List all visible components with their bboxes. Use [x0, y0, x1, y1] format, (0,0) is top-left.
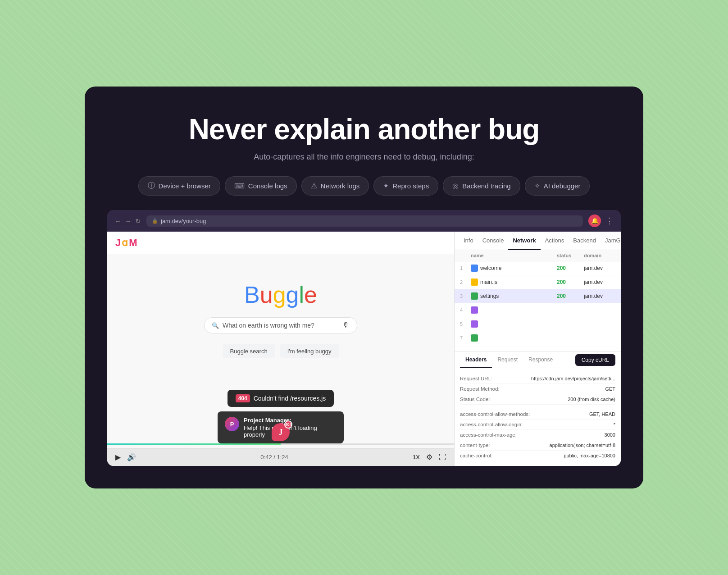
network-row-1[interactable]: 1 welcome 200 jam.dev	[455, 261, 621, 275]
headers-tab-response[interactable]: Response	[523, 352, 558, 368]
devtools-tab-backend[interactable]: Backend	[569, 232, 601, 250]
ai-icon: ✧	[534, 182, 540, 190]
tab-device-browser[interactable]: ⓘ Device + browser	[138, 176, 220, 196]
row-name: main.js	[471, 278, 557, 286]
header-row-url: Request URL: https://cdn.jam.dev/project…	[460, 374, 615, 384]
tab-console-logs[interactable]: ⌨ Console logs	[225, 176, 297, 196]
tab-console-logs-label: Console logs	[248, 182, 287, 190]
row-name	[471, 320, 557, 328]
forward-button[interactable]: →	[125, 218, 132, 224]
devtools-tab-network[interactable]: Network	[508, 232, 540, 250]
header-val: GET	[605, 386, 615, 392]
header-key: access-control-max-age:	[460, 432, 519, 438]
hero-title: Never explain another bug	[189, 114, 540, 145]
tab-device-browser-label: Device + browser	[159, 182, 211, 190]
lock-icon: 🔒	[152, 218, 158, 224]
header-row-acao: access-control-allow-origin: *	[460, 420, 615, 430]
video-speed: 1X	[413, 454, 420, 461]
row-name	[471, 306, 557, 314]
devtools-tab-console[interactable]: Console	[478, 232, 509, 250]
devtools-tab-jamgpt[interactable]: JamGPT	[601, 232, 621, 250]
tab-repro-steps[interactable]: ✦ Repro steps	[373, 176, 438, 196]
repro-icon: ✦	[383, 182, 389, 190]
header-key: Status Code:	[460, 397, 519, 402]
fullscreen-button[interactable]: ⛶	[439, 453, 446, 461]
menu-button[interactable]: ⋮	[605, 216, 614, 226]
header-key: access-control-allow-origin:	[460, 422, 523, 427]
row-num: 1	[460, 265, 471, 271]
jam-logo: JɑM	[115, 237, 446, 249]
tab-ai-debugger[interactable]: ✧ AI debugger	[525, 176, 590, 196]
network-row-5[interactable]: 5	[455, 317, 621, 331]
buggle-logo: Buggle	[244, 281, 317, 308]
col-name: name	[471, 253, 557, 258]
col-status: status	[557, 253, 584, 258]
browser-content: JɑM Buggle 🔍 What on earth is wrong with…	[107, 232, 621, 466]
row-icon	[471, 278, 478, 286]
header-row-acam: access-control-allow-methods: GET, HEAD	[460, 409, 615, 420]
header-val: https://cdn.jam.dev/projects/jam/setti..…	[531, 376, 615, 381]
network-row-3[interactable]: 3 settings 200 jam.dev	[455, 289, 621, 303]
volume-button[interactable]: 🔊	[127, 453, 136, 461]
back-button[interactable]: ←	[114, 218, 121, 224]
browser-window: ← → ↻ 🔒 jam.dev/your-bug 🔔 ⋮ JɑM	[107, 210, 621, 466]
tab-ai-debugger-label: AI debugger	[544, 182, 581, 190]
play-button[interactable]: ▶	[115, 453, 121, 461]
header-key: content-type:	[460, 443, 519, 448]
row-name: welcome	[471, 265, 557, 272]
tab-network-logs[interactable]: ⚠ Network logs	[301, 176, 369, 196]
webpage-body: Buggle 🔍 What on earth is wrong with me?…	[107, 254, 454, 452]
tab-repro-steps-label: Repro steps	[392, 182, 429, 190]
headers-content: Request URL: https://cdn.jam.dev/project…	[455, 368, 621, 466]
buggle-search-button[interactable]: Buggle search	[223, 344, 275, 358]
row-num: 7	[460, 335, 471, 341]
jam-bubble[interactable]: J 404	[272, 423, 290, 441]
headers-panel: Headers Request Response Copy cURL Reque…	[455, 351, 621, 466]
refresh-button[interactable]: ↻	[135, 218, 141, 224]
devtools-tab-info[interactable]: Info	[459, 232, 478, 250]
network-table: name status domain 1 welcome 200 jam.dev	[455, 250, 621, 351]
header-val: GET, HEAD	[589, 411, 615, 417]
address-text: jam.dev/your-bug	[161, 218, 206, 224]
notification-button[interactable]: 🔔	[588, 214, 601, 227]
header-row-acama: access-control-max-age: 3000	[460, 430, 615, 440]
backend-icon: ◎	[452, 182, 459, 190]
error-toast: 404 Couldn't find /resources.js	[228, 390, 334, 407]
settings-button[interactable]: ⚙	[426, 453, 432, 461]
copy-curl-button[interactable]: Copy cURL	[575, 354, 615, 366]
devtools-panel: Info Console Network Actions Backend Jam…	[454, 232, 621, 466]
header-row-status: Status Code: 200 (from disk cache)	[460, 394, 615, 405]
avatar: P	[225, 417, 239, 431]
jam-badge: 404	[284, 420, 292, 429]
search-icon: 🔍	[212, 322, 219, 329]
row-num: 5	[460, 321, 471, 327]
feeling-buggy-button[interactable]: I'm feeling buggy	[280, 344, 339, 358]
video-controls: ▶ 🔊 0:42 / 1:24 1X ⚙ ⛶	[107, 448, 454, 466]
progress-bar-area	[107, 443, 454, 445]
header-val: 3000	[605, 432, 615, 438]
network-icon: ⚠	[311, 182, 317, 190]
row-status: 200	[557, 265, 584, 271]
network-row-4[interactable]: 4	[455, 303, 621, 317]
video-time: 0:42 / 1:24	[142, 454, 406, 461]
network-row-7[interactable]: 7	[455, 331, 621, 345]
devtools-tabs: Info Console Network Actions Backend Jam…	[455, 232, 621, 250]
headers-tab-request[interactable]: Request	[492, 352, 523, 368]
row-num: 2	[460, 279, 471, 285]
main-card: Never explain another bug Auto-captures …	[85, 87, 643, 488]
address-bar[interactable]: 🔒 jam.dev/your-bug	[146, 215, 583, 227]
header-val: application/json; charset=utf-8	[550, 443, 615, 448]
headers-tab-headers[interactable]: Headers	[460, 352, 492, 368]
search-mic-icon: 🎙	[342, 321, 350, 329]
row-status: 200	[557, 279, 584, 285]
row-name	[471, 334, 557, 342]
search-bar[interactable]: 🔍 What on earth is wrong with me? 🎙	[204, 317, 357, 333]
network-row-2[interactable]: 2 main.js 200 jam.dev	[455, 275, 621, 289]
tab-backend-tracing[interactable]: ◎ Backend tracing	[443, 176, 520, 196]
tab-backend-tracing-label: Backend tracing	[462, 182, 511, 190]
row-domain: jam.dev	[584, 265, 615, 271]
row-icon	[471, 334, 478, 342]
devtools-tab-actions[interactable]: Actions	[541, 232, 569, 250]
header-val: 200 (from disk cache)	[568, 397, 615, 402]
row-domain: jam.dev	[584, 293, 615, 299]
